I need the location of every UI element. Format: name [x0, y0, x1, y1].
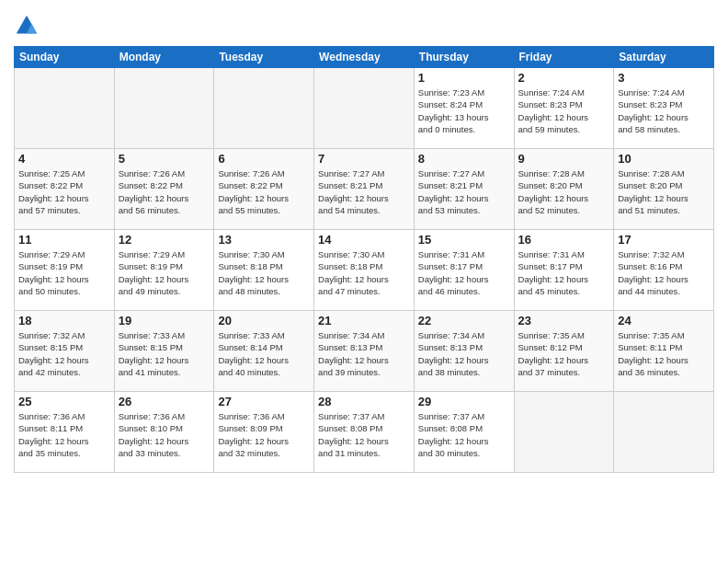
day-info: Sunrise: 7:35 AM Sunset: 8:12 PM Dayligh… — [518, 329, 610, 378]
day-info: Sunrise: 7:34 AM Sunset: 8:13 PM Dayligh… — [418, 329, 510, 378]
logo — [14, 13, 41, 39]
day-info: Sunrise: 7:26 AM Sunset: 8:22 PM Dayligh… — [119, 167, 210, 216]
day-number: 10 — [618, 152, 710, 166]
day-info: Sunrise: 7:30 AM Sunset: 8:18 PM Dayligh… — [318, 248, 410, 297]
calendar-cell: 7Sunrise: 7:27 AM Sunset: 8:21 PM Daylig… — [314, 149, 415, 230]
calendar-cell: 9Sunrise: 7:28 AM Sunset: 8:20 PM Daylig… — [514, 149, 614, 230]
weekday-header: Saturday — [614, 47, 714, 68]
weekday-header: Monday — [114, 47, 214, 68]
day-number: 3 — [618, 71, 710, 85]
day-number: 16 — [518, 233, 610, 247]
day-info: Sunrise: 7:24 AM Sunset: 8:23 PM Dayligh… — [618, 86, 710, 135]
day-number: 11 — [18, 233, 110, 247]
day-number: 21 — [318, 314, 410, 327]
day-number: 29 — [418, 395, 510, 408]
page: SundayMondayTuesdayWednesdayThursdayFrid… — [0, 0, 728, 563]
day-number: 28 — [318, 395, 410, 408]
calendar-cell: 23Sunrise: 7:35 AM Sunset: 8:12 PM Dayli… — [514, 311, 614, 392]
calendar-cell: 24Sunrise: 7:35 AM Sunset: 8:11 PM Dayli… — [614, 311, 714, 392]
calendar-table: SundayMondayTuesdayWednesdayThursdayFrid… — [14, 46, 714, 473]
calendar-cell: 25Sunrise: 7:36 AM Sunset: 8:11 PM Dayli… — [15, 392, 115, 473]
day-info: Sunrise: 7:23 AM Sunset: 8:24 PM Dayligh… — [418, 86, 510, 135]
day-info: Sunrise: 7:37 AM Sunset: 8:08 PM Dayligh… — [318, 410, 410, 459]
calendar-cell: 8Sunrise: 7:27 AM Sunset: 8:21 PM Daylig… — [414, 149, 514, 230]
calendar-cell — [314, 68, 415, 149]
day-info: Sunrise: 7:25 AM Sunset: 8:22 PM Dayligh… — [18, 167, 110, 216]
calendar-cell: 10Sunrise: 7:28 AM Sunset: 8:20 PM Dayli… — [614, 149, 714, 230]
day-info: Sunrise: 7:29 AM Sunset: 8:19 PM Dayligh… — [119, 248, 210, 297]
day-info: Sunrise: 7:36 AM Sunset: 8:10 PM Dayligh… — [119, 410, 210, 459]
calendar-week-row: 4Sunrise: 7:25 AM Sunset: 8:22 PM Daylig… — [15, 149, 714, 230]
day-number: 26 — [119, 395, 210, 408]
day-number: 14 — [318, 233, 410, 247]
weekday-header: Wednesday — [314, 47, 415, 68]
day-info: Sunrise: 7:33 AM Sunset: 8:15 PM Dayligh… — [119, 329, 210, 378]
day-number: 15 — [418, 233, 510, 247]
day-info: Sunrise: 7:28 AM Sunset: 8:20 PM Dayligh… — [518, 167, 610, 216]
logo-icon — [14, 13, 40, 39]
weekday-header: Sunday — [15, 47, 115, 68]
calendar-cell: 6Sunrise: 7:26 AM Sunset: 8:22 PM Daylig… — [214, 149, 314, 230]
calendar-cell: 19Sunrise: 7:33 AM Sunset: 8:15 PM Dayli… — [114, 311, 214, 392]
calendar-week-row: 11Sunrise: 7:29 AM Sunset: 8:19 PM Dayli… — [15, 230, 714, 311]
weekday-header: Tuesday — [214, 47, 314, 68]
day-info: Sunrise: 7:32 AM Sunset: 8:16 PM Dayligh… — [618, 248, 710, 297]
header — [14, 9, 714, 39]
weekday-header: Friday — [514, 47, 614, 68]
day-number: 24 — [618, 314, 710, 327]
calendar-cell: 14Sunrise: 7:30 AM Sunset: 8:18 PM Dayli… — [314, 230, 415, 311]
calendar-cell: 3Sunrise: 7:24 AM Sunset: 8:23 PM Daylig… — [614, 68, 714, 149]
day-number: 25 — [18, 395, 110, 408]
calendar-cell: 4Sunrise: 7:25 AM Sunset: 8:22 PM Daylig… — [15, 149, 115, 230]
calendar-cell: 5Sunrise: 7:26 AM Sunset: 8:22 PM Daylig… — [114, 149, 214, 230]
day-info: Sunrise: 7:27 AM Sunset: 8:21 PM Dayligh… — [318, 167, 410, 216]
calendar-cell: 17Sunrise: 7:32 AM Sunset: 8:16 PM Dayli… — [614, 230, 714, 311]
day-number: 27 — [218, 395, 310, 408]
day-number: 13 — [218, 233, 310, 247]
weekday-header: Thursday — [414, 47, 514, 68]
day-info: Sunrise: 7:29 AM Sunset: 8:19 PM Dayligh… — [18, 248, 110, 297]
day-number: 18 — [18, 314, 110, 327]
calendar-cell: 22Sunrise: 7:34 AM Sunset: 8:13 PM Dayli… — [414, 311, 514, 392]
calendar-cell — [514, 392, 614, 473]
day-info: Sunrise: 7:34 AM Sunset: 8:13 PM Dayligh… — [318, 329, 410, 378]
calendar-cell — [114, 68, 214, 149]
calendar-cell: 16Sunrise: 7:31 AM Sunset: 8:17 PM Dayli… — [514, 230, 614, 311]
day-number: 4 — [18, 152, 110, 166]
day-info: Sunrise: 7:32 AM Sunset: 8:15 PM Dayligh… — [18, 329, 110, 378]
calendar-cell: 12Sunrise: 7:29 AM Sunset: 8:19 PM Dayli… — [114, 230, 214, 311]
day-info: Sunrise: 7:26 AM Sunset: 8:22 PM Dayligh… — [218, 167, 310, 216]
day-info: Sunrise: 7:31 AM Sunset: 8:17 PM Dayligh… — [418, 248, 510, 297]
day-info: Sunrise: 7:28 AM Sunset: 8:20 PM Dayligh… — [618, 167, 710, 216]
calendar-cell — [214, 68, 314, 149]
calendar-week-row: 18Sunrise: 7:32 AM Sunset: 8:15 PM Dayli… — [15, 311, 714, 392]
day-info: Sunrise: 7:24 AM Sunset: 8:23 PM Dayligh… — [518, 86, 610, 135]
calendar-cell: 1Sunrise: 7:23 AM Sunset: 8:24 PM Daylig… — [414, 68, 514, 149]
day-info: Sunrise: 7:30 AM Sunset: 8:18 PM Dayligh… — [218, 248, 310, 297]
calendar-cell: 15Sunrise: 7:31 AM Sunset: 8:17 PM Dayli… — [414, 230, 514, 311]
day-info: Sunrise: 7:31 AM Sunset: 8:17 PM Dayligh… — [518, 248, 610, 297]
day-number: 20 — [218, 314, 310, 327]
day-info: Sunrise: 7:36 AM Sunset: 8:09 PM Dayligh… — [218, 410, 310, 459]
calendar-cell: 13Sunrise: 7:30 AM Sunset: 8:18 PM Dayli… — [214, 230, 314, 311]
day-info: Sunrise: 7:36 AM Sunset: 8:11 PM Dayligh… — [18, 410, 110, 459]
day-info: Sunrise: 7:35 AM Sunset: 8:11 PM Dayligh… — [618, 329, 710, 378]
day-number: 2 — [518, 71, 610, 85]
day-info: Sunrise: 7:27 AM Sunset: 8:21 PM Dayligh… — [418, 167, 510, 216]
calendar-cell: 21Sunrise: 7:34 AM Sunset: 8:13 PM Dayli… — [314, 311, 415, 392]
calendar-cell: 11Sunrise: 7:29 AM Sunset: 8:19 PM Dayli… — [15, 230, 115, 311]
calendar-cell — [15, 68, 115, 149]
calendar-cell — [614, 392, 714, 473]
weekday-header-row: SundayMondayTuesdayWednesdayThursdayFrid… — [15, 47, 714, 68]
calendar-cell: 27Sunrise: 7:36 AM Sunset: 8:09 PM Dayli… — [214, 392, 314, 473]
calendar-week-row: 25Sunrise: 7:36 AM Sunset: 8:11 PM Dayli… — [15, 392, 714, 473]
calendar-cell: 18Sunrise: 7:32 AM Sunset: 8:15 PM Dayli… — [15, 311, 115, 392]
day-number: 19 — [119, 314, 210, 327]
calendar-cell: 28Sunrise: 7:37 AM Sunset: 8:08 PM Dayli… — [314, 392, 415, 473]
day-info: Sunrise: 7:33 AM Sunset: 8:14 PM Dayligh… — [218, 329, 310, 378]
day-info: Sunrise: 7:37 AM Sunset: 8:08 PM Dayligh… — [418, 410, 510, 459]
calendar-cell: 29Sunrise: 7:37 AM Sunset: 8:08 PM Dayli… — [414, 392, 514, 473]
day-number: 9 — [518, 152, 610, 166]
day-number: 7 — [318, 152, 410, 166]
calendar-cell: 26Sunrise: 7:36 AM Sunset: 8:10 PM Dayli… — [114, 392, 214, 473]
